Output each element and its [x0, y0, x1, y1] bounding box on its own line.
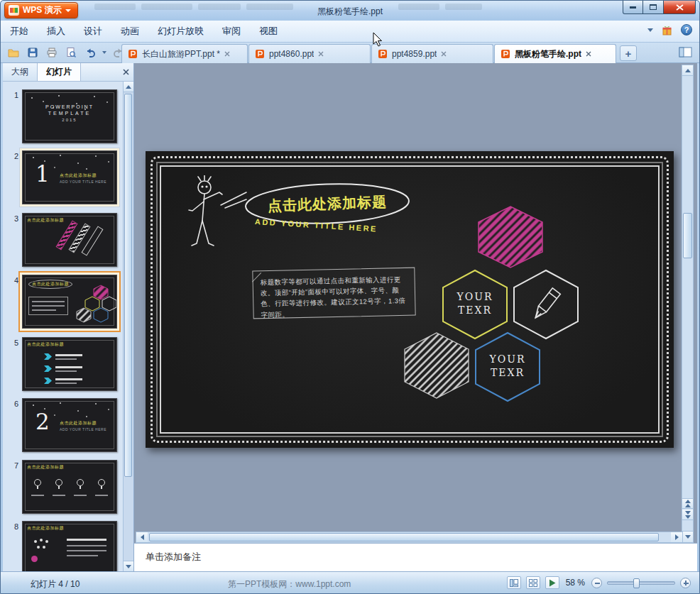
wps-logo-icon: [9, 5, 19, 16]
slide-body-textbox[interactable]: 标题数字等都可以通过点击和重新输入进行更改。顶部“开始”面板中可以对字体、字号、…: [252, 268, 415, 319]
minimize-button[interactable]: [623, 1, 643, 14]
maximize-button[interactable]: [643, 1, 664, 14]
scroll-left-button[interactable]: [136, 532, 148, 542]
hexagon-blue-label: YOUR TEXR: [474, 353, 542, 380]
maximize-icon: [650, 4, 657, 10]
zoom-out-button[interactable]: [591, 578, 602, 588]
panel-layout-toggle-button[interactable]: [679, 47, 692, 60]
tab-slides[interactable]: 幻灯片: [37, 63, 81, 81]
ribbon-collapse-chevron-icon[interactable]: [647, 28, 653, 32]
doc-tab-2[interactable]: ppt4860.ppt: [248, 44, 371, 63]
open-file-button[interactable]: [6, 45, 21, 60]
close-button[interactable]: [664, 1, 696, 14]
scrollbar-thumb[interactable]: [124, 94, 132, 477]
vertical-scrollbar[interactable]: [682, 65, 694, 543]
slide-sorter-view-button[interactable]: [526, 576, 540, 589]
sidebar-scrollbar[interactable]: [123, 82, 133, 571]
thumb-title-text: 点击此处添加标题: [60, 420, 97, 427]
menu-item-slideshow[interactable]: 幻灯片放映: [148, 21, 213, 42]
slides-panel: 大纲 幻灯片 1 POWERPOINT TEMPLATE 2015 2: [3, 63, 134, 571]
scroll-up-button[interactable]: [124, 82, 133, 92]
scroll-up-button[interactable]: [682, 65, 693, 76]
play-icon: [549, 579, 556, 587]
tab-outline[interactable]: 大纲: [3, 63, 37, 81]
chalk-speckles: [31, 97, 33, 99]
save-button[interactable]: [26, 45, 40, 60]
people-icon: [43, 546, 45, 549]
doc-tab-4-active[interactable]: 黑板粉笔手绘.ppt: [494, 44, 616, 63]
scrollbar-thumb[interactable]: [683, 213, 692, 258]
accent-dot: [31, 556, 38, 562]
thumb-title-text: 点击此处添加标题: [27, 217, 64, 224]
hexagon-pink-striped[interactable]: [476, 205, 545, 269]
print-preview-button[interactable]: [64, 45, 78, 60]
app-window: WPS 演示 黑板粉笔手绘.ppt 开始 插入 设计 动画 幻灯片放映 审阅 视…: [0, 0, 700, 594]
scroll-down-button[interactable]: [682, 531, 693, 542]
menu-item-home[interactable]: 开始: [1, 21, 38, 42]
undo-dropdown-icon[interactable]: [102, 51, 106, 54]
chalk-speckles: [33, 157, 34, 158]
slide-thumbnail-7[interactable]: 点击此处添加标题: [22, 460, 117, 514]
slide-thumbnail-2[interactable]: 1 点击此处添加标题 ADD YOUR TITLE HERE: [22, 150, 117, 204]
tab-close-icon[interactable]: [318, 51, 324, 57]
doc-tab-1[interactable]: 长白山旅游PPT.ppt *: [121, 44, 248, 63]
menu-item-animation[interactable]: 动画: [111, 21, 148, 42]
normal-view-button[interactable]: [507, 576, 521, 589]
zoom-in-button[interactable]: [680, 578, 691, 588]
slide-number: 1: [4, 91, 18, 99]
tab-close-icon[interactable]: [224, 51, 230, 57]
panel-close-icon[interactable]: [123, 69, 129, 75]
minimize-icon: [630, 6, 636, 9]
zoom-slider-handle[interactable]: [633, 578, 640, 588]
notes-placeholder[interactable]: 单击添加备注: [134, 544, 697, 571]
menu-item-design[interactable]: 设计: [75, 21, 111, 42]
help-icon[interactable]: ?: [681, 24, 692, 35]
play-slideshow-button[interactable]: [545, 576, 559, 589]
new-tab-button[interactable]: +: [620, 45, 637, 61]
doc-tab-3[interactable]: ppt4859.ppt: [371, 44, 493, 63]
gift-icon[interactable]: [662, 25, 672, 35]
normal-view-icon: [510, 579, 518, 587]
map-pin-icon: [77, 479, 84, 486]
print-button[interactable]: [45, 45, 59, 60]
next-slide-button[interactable]: [682, 510, 693, 520]
thumbnail-list: 1 POWERPOINT TEMPLATE 2015 2 1 点击此处添加标题 …: [3, 82, 123, 571]
slide-number: 4: [4, 276, 18, 285]
tab-close-icon[interactable]: [586, 51, 591, 57]
close-icon: [676, 4, 684, 11]
menubar: 开始 插入 设计 动画 幻灯片放映 审阅 视图 ?: [1, 21, 699, 43]
aero-glass-reflection: [94, 4, 136, 10]
undo-button[interactable]: [83, 45, 97, 60]
slides-panel-header: 大纲 幻灯片: [3, 63, 133, 82]
new-tab-label: +: [625, 48, 632, 60]
slide-thumbnail-8[interactable]: 点击此处添加标题: [22, 521, 117, 571]
menu-item-view[interactable]: 视图: [250, 21, 287, 42]
thumb-title-text: 点击此处添加标题: [27, 341, 64, 348]
zoom-slider[interactable]: [607, 581, 675, 585]
hexagon-pencil[interactable]: [512, 269, 580, 340]
notes-pane[interactable]: 单击添加备注: [134, 543, 697, 571]
undo-icon: [84, 47, 96, 58]
wps-app-button[interactable]: WPS 演示: [4, 2, 78, 18]
print-preview-icon: [65, 47, 77, 58]
hexagon-white-striped[interactable]: [403, 331, 471, 400]
slide-canvas[interactable]: 点击此处添加标题 ADD YOUR TITLE HERE 标题数字等都可以通过点…: [146, 151, 674, 448]
thumb-subtitle-text: ADD YOUR TITLE HERE: [60, 427, 106, 431]
thumb-big-number: 1: [35, 161, 50, 187]
menu-item-review[interactable]: 审阅: [213, 21, 250, 42]
hexagon-yellow-label: YOUR TEXR: [441, 290, 509, 317]
previous-slide-button[interactable]: [682, 498, 693, 509]
scroll-down-button[interactable]: [124, 561, 133, 571]
scrollbar-thumb[interactable]: [149, 533, 659, 541]
slide-thumbnail-4-current[interactable]: 点击此处添加标题: [22, 275, 117, 329]
scroll-right-button[interactable]: [671, 532, 682, 542]
menu-item-insert[interactable]: 插入: [38, 21, 75, 42]
slide-counter: 幻灯片 4 / 10: [31, 578, 80, 590]
slide-thumbnail-5[interactable]: 点击此处添加标题: [22, 337, 117, 391]
slide-thumbnail-3[interactable]: 点击此处添加标题: [22, 213, 117, 267]
slide-number: 2: [4, 152, 18, 160]
slide-thumbnail-6[interactable]: 2 点击此处添加标题 ADD YOUR TITLE HERE: [22, 398, 117, 452]
horizontal-scrollbar[interactable]: [136, 532, 683, 543]
slide-thumbnail-1[interactable]: POWERPOINT TEMPLATE 2015: [22, 89, 117, 143]
tab-close-icon[interactable]: [441, 51, 447, 57]
